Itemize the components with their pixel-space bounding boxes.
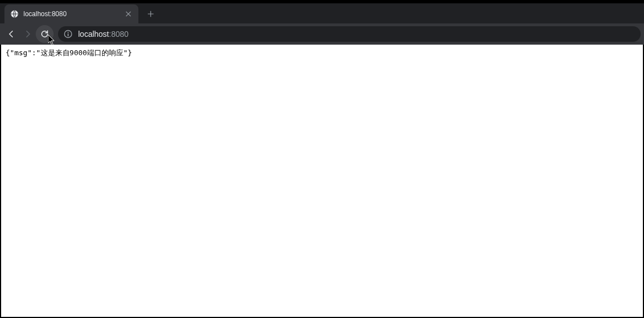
tab-strip: localhost:8080 xyxy=(0,3,644,23)
forward-button[interactable] xyxy=(20,26,36,42)
site-info-icon[interactable] xyxy=(64,30,73,38)
tab-title: localhost:8080 xyxy=(23,10,119,18)
back-button[interactable] xyxy=(3,26,19,42)
svg-rect-3 xyxy=(68,33,69,36)
page-content: {"msg":"这是来自9000端口的响应"} xyxy=(0,45,644,318)
url-host: localhost xyxy=(78,30,109,38)
url-port: :8080 xyxy=(109,30,128,38)
globe-icon xyxy=(10,9,19,18)
svg-point-2 xyxy=(68,32,69,33)
address-bar[interactable]: localhost:8080 xyxy=(58,26,641,42)
toolbar: localhost:8080 xyxy=(0,23,644,45)
reload-button[interactable] xyxy=(37,26,52,42)
url-text: localhost:8080 xyxy=(78,30,128,38)
new-tab-button[interactable] xyxy=(143,6,158,22)
close-tab-icon[interactable] xyxy=(124,9,133,18)
browser-tab[interactable]: localhost:8080 xyxy=(4,4,138,23)
